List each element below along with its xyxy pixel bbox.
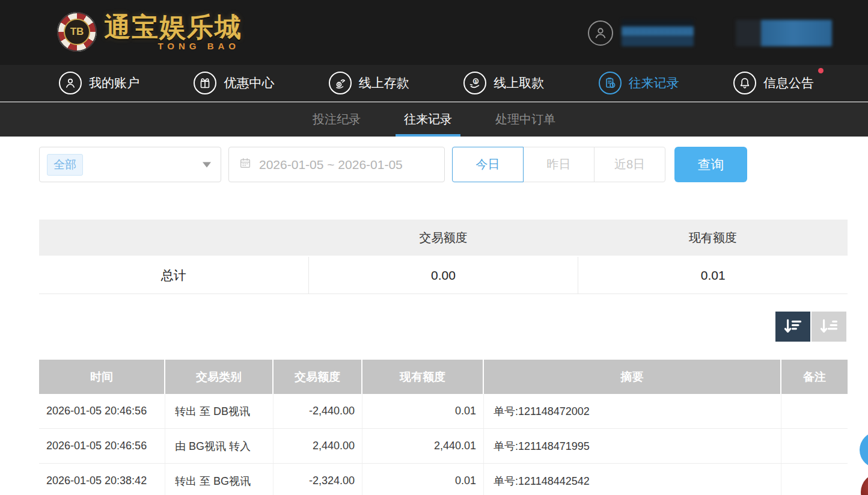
cell-balance: 2,440.01	[362, 429, 484, 463]
cell-note	[781, 429, 848, 463]
chat-float-button[interactable]	[860, 432, 868, 468]
redacted-username	[622, 20, 694, 46]
page: TB 通宝娱乐城 TONG BAO	[0, 0, 868, 495]
casino-chip-icon: TB	[57, 12, 97, 52]
tab-label: 往来记录	[404, 111, 452, 128]
cell-balance: 0.01	[362, 464, 484, 495]
date-range-value: 2026-01-05 ~ 2026-01-05	[259, 158, 403, 172]
cell-type: 由 BG视讯 转入	[165, 429, 274, 463]
last-8-days-button[interactable]: 近8日	[594, 147, 665, 182]
main-nav: 我的账户 优惠中心	[0, 65, 868, 102]
search-button[interactable]: 查询	[674, 147, 747, 182]
table-row: 2026-01-05 20:46:56 由 BG视讯 转入 2,440.00 2…	[39, 429, 848, 464]
summary-table: 交易额度 现有额度 总计 0.00 0.01	[39, 220, 848, 294]
cell-note	[781, 464, 848, 495]
table-row: 2026-01-05 20:46:56 转出 至 DB视讯 -2,440.00 …	[39, 394, 848, 429]
quick-date-buttons: 今日 昨日 近8日	[452, 147, 665, 182]
cell-type: 转出 至 DB视讯	[165, 394, 274, 428]
sort-ascending-button[interactable]	[811, 312, 846, 342]
tab-label: 投注纪录	[313, 111, 361, 128]
chevron-down-icon	[203, 162, 211, 167]
header-time: 时间	[39, 360, 165, 394]
sub-tabs: 投注纪录 往来记录 处理中订单	[0, 102, 868, 137]
sort-bar	[775, 312, 846, 342]
sort-descending-button[interactable]	[775, 312, 810, 342]
nav-label: 线上取款	[494, 75, 544, 91]
cell-summary: 单号:121148442542	[484, 464, 781, 495]
nav-label: 信息公告	[763, 75, 814, 91]
header-balance: 现有额度	[362, 360, 484, 394]
user-icon	[59, 72, 82, 94]
nav-item-promotions[interactable]: 优惠中心	[194, 72, 274, 94]
tab-transaction-records[interactable]: 往来记录	[396, 102, 460, 137]
redacted-balance	[736, 20, 832, 46]
cell-note	[781, 394, 848, 428]
brand-logo[interactable]: TB 通宝娱乐城 TONG BAO	[57, 12, 242, 52]
gift-icon	[194, 72, 216, 94]
nav-item-deposit[interactable]: 线上存款	[329, 72, 409, 94]
cell-amount: -2,440.00	[274, 394, 362, 428]
records-header-row: 时间 交易类别 交易额度 现有额度 摘要 备注	[39, 360, 848, 394]
cell-balance: 0.01	[362, 394, 484, 428]
cell-time: 2026-01-05 20:46:56	[39, 429, 165, 463]
notification-badge	[818, 68, 824, 73]
user-area	[588, 20, 832, 46]
summary-header-trade: 交易额度	[308, 220, 578, 256]
calendar-icon	[239, 156, 252, 173]
summary-header-row: 交易额度 现有额度	[39, 220, 848, 256]
cell-summary: 单号:121148472002	[484, 394, 781, 428]
nav-label: 我的账户	[89, 75, 139, 91]
user-avatar-icon[interactable]	[588, 20, 613, 46]
header-type: 交易类别	[165, 360, 274, 394]
summary-total-label: 总计	[39, 257, 308, 294]
cell-time: 2026-01-05 20:46:56	[39, 394, 165, 428]
hand-dollar-icon: $	[463, 72, 486, 94]
service-float-button[interactable]	[861, 473, 868, 495]
summary-header-balance: 现有额度	[578, 220, 848, 256]
header-amount: 交易额度	[274, 360, 362, 394]
selected-type-tag: 全部	[47, 154, 83, 176]
nav-item-my-account[interactable]: 我的账户	[59, 72, 139, 94]
tab-label: 处理中订单	[495, 111, 555, 128]
brand-subtitle: TONG BAO	[104, 42, 242, 51]
cell-amount: -2,324.00	[274, 464, 362, 495]
table-row: 2026-01-05 20:38:42 转出 至 BG视讯 -2,324.00 …	[39, 464, 848, 495]
cell-summary: 单号:121148471995	[484, 429, 781, 463]
tab-betting-records[interactable]: 投注纪录	[304, 102, 369, 137]
type-select[interactable]: 全部	[39, 147, 221, 182]
date-range-input[interactable]: 2026-01-05 ~ 2026-01-05	[228, 147, 445, 182]
header-note: 备注	[781, 360, 848, 394]
nav-item-announcements[interactable]: 信息公告	[733, 72, 814, 94]
hand-coin-icon	[329, 72, 352, 94]
yesterday-button[interactable]: 昨日	[523, 147, 594, 182]
header-summary: 摘要	[484, 360, 781, 394]
cell-type: 转出 至 BG视讯	[165, 464, 274, 495]
summary-header-empty	[39, 220, 308, 256]
nav-item-withdraw[interactable]: $ 线上取款	[463, 72, 544, 94]
brand-title: 通宝娱乐城	[104, 14, 242, 40]
bell-icon	[733, 72, 756, 94]
cell-time: 2026-01-05 20:38:42	[39, 464, 165, 495]
nav-label: 线上存款	[359, 75, 409, 91]
clipboard-clock-icon	[599, 72, 622, 94]
nav-label: 优惠中心	[224, 75, 274, 91]
today-button[interactable]: 今日	[452, 147, 524, 182]
tab-pending-orders[interactable]: 处理中订单	[487, 102, 564, 137]
cell-amount: 2,440.00	[274, 429, 362, 463]
chip-initials: TB	[64, 19, 90, 45]
summary-total-row: 总计 0.00 0.01	[39, 257, 848, 294]
summary-total-balance: 0.01	[578, 257, 848, 294]
nav-item-transaction-records[interactable]: 往来记录	[599, 72, 679, 94]
records-table: 时间 交易类别 交易额度 现有额度 摘要 备注 2026-01-05 20:46…	[39, 360, 848, 495]
nav-label: 往来记录	[629, 75, 679, 91]
summary-total-trade: 0.00	[308, 257, 578, 294]
top-header: TB 通宝娱乐城 TONG BAO	[0, 0, 868, 65]
